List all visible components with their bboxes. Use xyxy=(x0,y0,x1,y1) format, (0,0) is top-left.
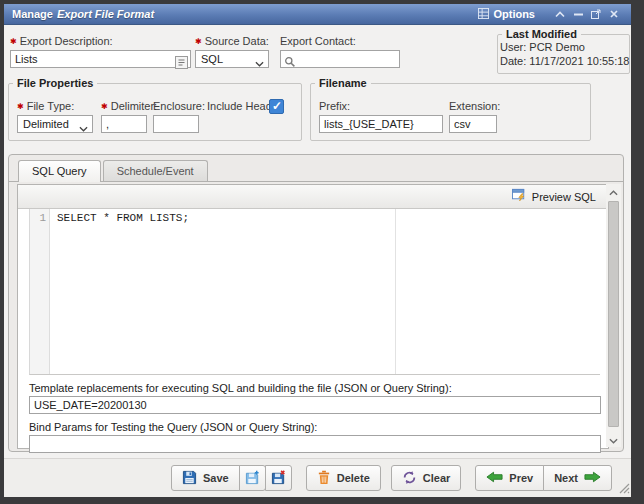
delete-button[interactable]: Delete xyxy=(306,465,381,491)
prev-button[interactable]: Prev xyxy=(475,465,544,491)
file-type-selected-value: Delimited xyxy=(23,118,69,130)
source-data-label: ✱Source Data: xyxy=(195,35,269,47)
bind-params-input[interactable] xyxy=(29,435,601,453)
scrollbar-thumb[interactable] xyxy=(608,201,619,427)
next-label: Next xyxy=(554,472,578,484)
save-new-floppy-icon xyxy=(245,470,260,487)
editor-margin-line xyxy=(395,209,396,374)
chevron-down-icon xyxy=(255,57,264,69)
chevron-down-icon xyxy=(79,122,88,134)
sql-toolbar: Preview SQL xyxy=(18,185,608,209)
window-frame: ManageExport File Format Options xyxy=(0,0,644,504)
export-contact-label: Export Contact: xyxy=(280,35,400,47)
file-type-select[interactable]: Delimited xyxy=(17,115,93,133)
options-label: Options xyxy=(493,8,535,20)
prefix-label: Prefix: xyxy=(319,100,350,112)
source-data-field: ✱Source Data: SQL xyxy=(195,35,269,68)
tab-bar: SQL Query Schedule/Event xyxy=(9,155,623,182)
scroll-down-button[interactable] xyxy=(606,432,621,447)
export-description-field: ✱Export Description: xyxy=(10,35,191,68)
vertical-scrollbar[interactable] xyxy=(606,184,621,447)
required-asterisk-icon: ✱ xyxy=(101,102,108,111)
include-header-checkbox[interactable] xyxy=(269,99,284,114)
save-button[interactable]: Save xyxy=(171,465,240,491)
required-asterisk-icon: ✱ xyxy=(10,37,17,46)
preview-sql-label: Preview SQL xyxy=(532,191,596,203)
chevron-down-icon xyxy=(609,434,618,446)
minimize-button[interactable] xyxy=(569,7,587,21)
save-and-close-button[interactable] xyxy=(265,465,292,491)
save-and-new-button[interactable] xyxy=(239,465,266,491)
arrow-left-icon xyxy=(486,471,503,485)
tab-schedule-event[interactable]: Schedule/Event xyxy=(103,160,208,181)
tab-sql-query[interactable]: SQL Query xyxy=(18,160,101,182)
file-properties-panel: File Properties ✱File Type: Delimited ✱D… xyxy=(8,77,302,141)
search-icon xyxy=(284,56,296,70)
options-button[interactable]: Options xyxy=(478,8,535,21)
template-replacements-label: Template replacements for executing SQL … xyxy=(29,382,598,394)
source-data-selected-value: SQL xyxy=(201,53,223,65)
dialog-title-emphasis: Export File Format xyxy=(57,8,154,20)
enclosure-input[interactable] xyxy=(153,115,199,133)
last-modified-legend: Last Modified xyxy=(502,28,581,40)
footer-toolbar: Save Delete xyxy=(4,458,631,497)
scroll-up-button[interactable] xyxy=(606,184,621,199)
query-tab-panel: SQL Query Schedule/Event Preview SQL 1 xyxy=(8,154,624,452)
template-replacements-input[interactable] xyxy=(29,396,601,414)
last-modified-date: Date: 11/17/2021 10:55:18 xyxy=(500,55,629,67)
editor-line-number: 1 xyxy=(30,212,46,224)
title-bar[interactable]: ManageExport File Format Options xyxy=(4,4,631,25)
save-close-floppy-icon xyxy=(271,470,286,487)
chevron-up-icon xyxy=(555,11,565,18)
next-button[interactable]: Next xyxy=(543,465,612,491)
dialog-title-prefix: Manage xyxy=(12,8,53,20)
last-modified-panel: Last Modified User: PCR Demo Date: 11/17… xyxy=(497,28,630,74)
required-asterisk-icon: ✱ xyxy=(17,102,24,111)
filename-legend: Filename xyxy=(315,77,371,89)
sql-editor[interactable]: 1 SELECT * FROM LISTS; xyxy=(29,209,600,375)
file-properties-legend: File Properties xyxy=(13,77,97,89)
preview-sql-button[interactable]: Preview SQL xyxy=(508,186,600,207)
extension-label: Extension: xyxy=(449,100,500,112)
manage-export-dialog: ManageExport File Format Options xyxy=(4,4,631,497)
resize-grip[interactable] xyxy=(619,483,630,496)
filename-panel: Filename Prefix: Extension: xyxy=(310,77,591,141)
prev-label: Prev xyxy=(509,472,533,484)
save-label: Save xyxy=(203,472,229,484)
close-button[interactable] xyxy=(605,7,623,21)
trash-icon xyxy=(317,470,331,487)
dialog-title: ManageExport File Format xyxy=(12,8,154,20)
extension-input[interactable] xyxy=(449,115,497,133)
text-expand-icon[interactable] xyxy=(175,56,188,71)
preview-sql-icon xyxy=(512,188,527,205)
sql-query-content: Preview SQL 1 SELECT * FROM LISTS; Templ… xyxy=(17,184,609,449)
collapse-button[interactable] xyxy=(551,7,569,21)
prefix-input[interactable] xyxy=(319,115,443,133)
export-description-label: ✱Export Description: xyxy=(10,35,191,47)
options-grid-icon xyxy=(478,8,489,21)
bind-params-label: Bind Params for Testing the Query (JSON … xyxy=(29,421,598,433)
clear-label: Clear xyxy=(423,472,451,484)
refresh-icon xyxy=(402,470,417,487)
arrow-right-icon xyxy=(584,471,601,485)
enclosure-label: Enclosure: xyxy=(153,100,205,112)
delimiter-input[interactable] xyxy=(101,115,147,133)
close-icon xyxy=(610,10,618,18)
export-description-input[interactable] xyxy=(10,50,191,68)
export-contact-input[interactable] xyxy=(280,50,400,68)
editor-code[interactable]: SELECT * FROM LISTS; xyxy=(50,209,600,374)
required-asterisk-icon: ✱ xyxy=(195,37,202,46)
last-modified-user: User: PCR Demo xyxy=(500,41,629,53)
clear-button[interactable]: Clear xyxy=(391,465,462,491)
delete-label: Delete xyxy=(337,472,370,484)
file-type-label: ✱File Type: xyxy=(17,100,74,112)
delimiter-label: ✱Delimiter: xyxy=(101,100,157,112)
source-data-select[interactable]: SQL xyxy=(195,50,269,68)
chevron-up-icon xyxy=(609,186,618,198)
save-floppy-icon xyxy=(182,470,197,487)
minus-icon xyxy=(574,13,583,16)
editor-gutter: 1 xyxy=(30,209,50,374)
export-contact-field: Export Contact: xyxy=(280,35,400,68)
popout-icon xyxy=(591,9,601,19)
popout-button[interactable] xyxy=(587,7,605,21)
